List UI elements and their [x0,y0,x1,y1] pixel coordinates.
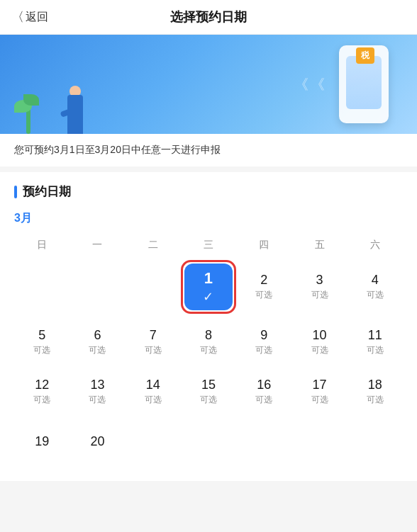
cell-day-number: 19 [35,434,49,449]
cell-availability: 可选 [311,289,328,301]
day-header: 三 [181,236,236,254]
appointment-section: 预约日期 3月 日一二三四五六 1✓2可选3可选4可选5可选6可选7可选8可选9… [0,172,417,481]
cell-availability: 可选 [311,344,328,356]
cell-day-number: 2 [260,273,267,288]
calendar-cell[interactable]: 5可选 [14,321,70,363]
info-bar: 您可预约3月1日至3月20日中任意一天进行申报 [0,134,417,172]
cell-day-number: 13 [90,378,104,392]
calendar-cell-empty [348,420,403,463]
calendar-week-row: 1920 [14,420,403,463]
calendar-cell-empty [126,420,181,463]
day-header: 二 [126,236,181,254]
cell-day-number: 12 [35,378,49,392]
back-chevron-icon: 〈 [11,9,24,26]
calendar-cell-empty [236,420,291,463]
section-title-container: 预约日期 [14,183,403,200]
cell-day-number: 20 [90,434,104,449]
calendar-grid: 日一二三四五六 1✓2可选3可选4可选5可选6可选7可选8可选9可选10可选11… [14,236,403,463]
cell-day-number: 18 [368,378,382,392]
cell-availability: 可选 [89,394,106,406]
tax-badge: 税 [356,47,374,64]
calendar-header-row: 日一二三四五六 [14,236,403,254]
calendar-cell[interactable]: 20 [70,420,125,463]
day-header: 一 [70,236,125,254]
cell-availability: 可选 [33,394,50,406]
back-button[interactable]: 〈 返回 [11,9,48,26]
calendar-cell[interactable]: 15可选 [181,370,236,413]
cell-day-number: 1 [204,269,213,288]
cell-day-number: 5 [38,328,45,343]
calendar-cell-empty [126,260,181,314]
cell-day-number: 7 [150,328,157,343]
cell-day-number: 17 [313,378,327,392]
cell-availability: 可选 [145,344,162,356]
cell-availability: 可选 [255,289,272,301]
cell-availability: 可选 [255,394,272,406]
page-title: 选择预约日期 [170,9,247,26]
calendar-cell-selected-wrapper[interactable]: 1✓ [181,260,236,314]
day-header: 六 [348,236,403,254]
cell-availability: 可选 [33,344,50,356]
cell-day-number: 8 [205,328,212,343]
calendar-cell[interactable]: 4可选 [348,260,403,314]
plant-decoration [11,77,46,134]
arrow-icon: 《 [294,75,308,94]
cell-day-number: 14 [146,378,160,392]
calendar-cell[interactable]: 14可选 [126,370,181,413]
calendar-cell-empty [14,260,70,314]
cell-day-number: 4 [372,273,379,288]
calendar-cell-empty [70,260,125,314]
calendar-cell[interactable]: 17可选 [291,370,347,413]
calendar-cell[interactable]: 2可选 [236,260,291,314]
cell-day-number: 6 [94,328,101,343]
info-text: 您可预约3月1日至3月20日中任意一天进行申报 [14,144,221,155]
cell-availability: 可选 [200,394,217,406]
calendar-cell-selected[interactable]: 1✓ [184,264,233,310]
cell-day-number: 3 [316,273,323,288]
calendar-cell-empty [291,420,347,463]
month-label: 3月 [14,211,403,226]
arrow-icon: 《 [311,75,325,94]
cell-availability: 可选 [367,344,384,356]
cell-day-number: 10 [313,328,327,343]
cell-day-number: 9 [260,328,267,343]
cell-day-number: 15 [201,378,216,392]
calendar-week-row: 12可选13可选14可选15可选16可选17可选18可选 [14,370,403,413]
calendar-cell-empty [181,420,236,463]
calendar-cell[interactable]: 19 [14,420,70,463]
day-header: 五 [291,236,347,254]
person-decoration [57,56,106,134]
cell-day-number: 11 [368,328,382,343]
calendar-cell[interactable]: 11可选 [348,321,403,363]
calendar-cell[interactable]: 10可选 [291,321,347,363]
cell-availability: 可选 [145,394,162,406]
cell-availability: 可选 [367,289,384,301]
calendar-cell[interactable]: 6可选 [70,321,125,363]
header: 〈 返回 选择预约日期 [0,0,417,35]
arrows-decoration: 《 《 [294,75,325,94]
calendar-cell[interactable]: 16可选 [236,370,291,413]
calendar-cell[interactable]: 13可选 [70,370,125,413]
cell-check-icon: ✓ [203,289,213,305]
day-header: 日 [14,236,70,254]
cell-availability: 可选 [200,344,217,356]
back-label: 返回 [26,10,48,25]
cell-availability: 可选 [311,394,328,406]
calendar-week-row: 5可选6可选7可选8可选9可选10可选11可选 [14,321,403,363]
calendar-cell[interactable]: 12可选 [14,370,70,413]
banner: 《 《 税 [0,35,417,134]
title-bar-decoration [14,186,17,198]
cell-day-number: 16 [257,378,271,392]
calendar-cell[interactable]: 7可选 [126,321,181,363]
calendar-cell[interactable]: 8可选 [181,321,236,363]
calendar-week-row: 1✓2可选3可选4可选 [14,260,403,314]
calendar-cell[interactable]: 18可选 [348,370,403,413]
calendar-cell[interactable]: 3可选 [291,260,347,314]
calendar-cell[interactable]: 9可选 [236,321,291,363]
cell-availability: 可选 [255,344,272,356]
cell-availability: 可选 [89,344,106,356]
section-title-text: 预约日期 [23,183,71,200]
day-header: 四 [236,236,291,254]
cell-availability: 可选 [367,394,384,406]
